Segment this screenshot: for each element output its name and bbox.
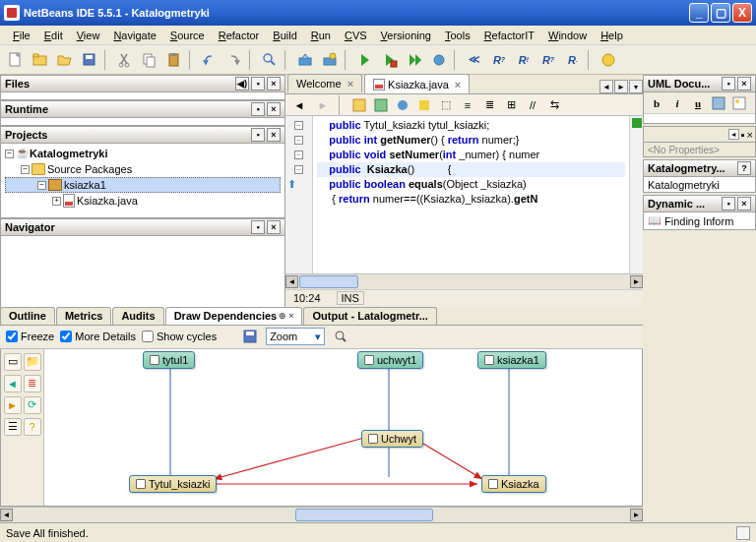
editor-gutter[interactable]: − − − − ⬆ [285,116,313,273]
uml-pin-icon[interactable]: ▪ [722,77,735,90]
tab-scroll-left-button[interactable]: ◄ [599,80,613,93]
freeze-checkbox[interactable]: Freeze [6,331,54,342]
r1-button[interactable]: R? [487,48,511,72]
zoom-combobox[interactable]: Zoom▾ [266,328,325,345]
menu-window[interactable]: Window [541,28,594,43]
dynamic-pin-icon[interactable]: ▪ [722,197,735,211]
ed-btn-1[interactable] [350,96,368,114]
menu-file[interactable]: File [6,28,37,43]
r2-button[interactable]: R! [512,48,536,72]
diagram-hscrollbar[interactable]: ◄ ► [0,507,643,522]
redo-button[interactable] [222,48,246,72]
runtime-pin-icon[interactable]: ▪ [251,102,265,116]
projects-close-icon[interactable]: × [267,128,281,142]
paste-button[interactable] [162,48,186,72]
runtime-panel-header[interactable]: Runtime ▪ × [0,100,285,118]
ed-btn-5[interactable]: ⬚ [437,96,455,114]
palette-help-button[interactable]: ? [24,418,41,436]
palette-forward-button[interactable]: ► [4,396,22,414]
menu-help[interactable]: Help [594,28,630,43]
editor-tab-welcome[interactable]: Welcome× [287,74,362,92]
editor-hscrollbar[interactable]: ◄ ► [285,273,643,289]
error-stripe-marker[interactable] [632,118,642,128]
undo-button[interactable] [198,48,221,72]
close-button[interactable]: X [732,3,752,23]
props-pin-icon[interactable]: ▪ [741,129,745,141]
find-button[interactable] [258,48,282,72]
speaker-icon[interactable]: ◀) [235,77,249,90]
palette-list-button[interactable]: ≣ [24,375,41,392]
copy-button[interactable] [138,48,161,72]
menu-build[interactable]: Build [266,28,303,43]
tree-package[interactable]: − ksiazka1 [5,177,281,193]
close-tab-icon[interactable]: × [347,78,353,90]
runtime-close-icon[interactable]: × [267,102,281,116]
bottom-tab-draw-dependencies[interactable]: Draw Dependencies ⊕ × [165,307,303,325]
bold-button[interactable]: b [648,94,665,112]
palette-select-button[interactable]: ▭ [4,353,22,371]
props-scroll-left[interactable]: ◄ [728,129,739,140]
menu-cvs[interactable]: CVS [338,28,374,43]
tab-dropdown-button[interactable]: ▾ [629,80,643,93]
scroll-thumb[interactable] [295,509,433,521]
navigator-pin-icon[interactable]: ▪ [251,220,265,234]
bottom-tab-output-latalogmetr-[interactable]: Output - Latalogmetr... [303,307,436,325]
showcycles-checkbox[interactable]: Show cycles [142,331,217,342]
menu-refactor[interactable]: Refactor [212,28,267,43]
ed-btn-9[interactable]: // [524,96,541,114]
navigator-panel-header[interactable]: Navigator ▪ × [0,218,285,236]
palette-refresh-button[interactable]: ⟳ [24,396,41,414]
pin-icon[interactable]: ⊕ [279,311,286,321]
override-icon[interactable]: ⬆ [287,178,296,191]
close-icon[interactable]: × [288,311,293,321]
projects-panel-header[interactable]: Projects ▪ × [0,126,285,144]
italic-button[interactable]: i [668,94,686,112]
menu-edit[interactable]: Edit [37,28,70,43]
bottom-tab-metrics[interactable]: Metrics [56,307,112,325]
zoom-in-button[interactable] [331,327,350,346]
underline-button[interactable]: u [689,94,707,112]
menu-view[interactable]: View [70,28,107,43]
projects-pin-icon[interactable]: ▪ [251,128,265,142]
node-uchwyt1[interactable]: uchwyt1 [357,351,423,369]
diagram-canvas[interactable]: tytul1 uchwyt1 ksiazka1 Uchwyt Tytul_ksi… [44,349,642,507]
palette-back-button[interactable]: ◄ [4,375,22,392]
ed-btn-7[interactable]: ≣ [480,96,498,114]
minimize-button[interactable]: _ [689,3,709,23]
close-tab-icon[interactable]: × [455,79,461,90]
scroll-right-button[interactable]: ► [630,509,643,521]
help-context-button[interactable] [597,48,620,72]
palette-tree-button[interactable]: ☰ [4,418,22,436]
menu-tools[interactable]: Tools [438,28,477,43]
bottom-tab-outline[interactable]: Outline [0,307,55,325]
node-ksiazka1[interactable]: ksiazka1 [477,351,546,369]
strike-button[interactable] [710,94,727,112]
expand-icon[interactable]: − [37,181,46,190]
maximize-button[interactable]: ▢ [711,3,730,23]
run-main-button[interactable] [403,48,426,72]
image-button[interactable] [730,94,748,112]
r3-button[interactable]: R? [536,48,560,72]
projects-tree[interactable]: − ☕ Katalogmetryki − Source Packages − k… [1,144,284,211]
tab-scroll-right-button[interactable]: ► [614,80,628,93]
save-diagram-button[interactable] [240,327,260,346]
tree-src-packages[interactable]: − Source Packages [5,161,281,177]
uml-close-icon[interactable]: × [737,77,751,90]
uml-panel-header[interactable]: UML Docu... ▪ × [643,75,756,92]
cut-button[interactable] [113,48,137,72]
editor-tab-ksiazka-java[interactable]: Ksiazka.java× [364,74,470,93]
node-uchwyt[interactable]: Uchwyt [361,430,423,448]
scroll-left-button[interactable]: ◄ [285,275,298,288]
ed-btn-2[interactable] [372,96,390,114]
back-button[interactable]: ◄ [289,95,309,115]
proj-help-icon[interactable]: ? [737,161,751,175]
menu-refactorit[interactable]: RefactorIT [477,28,541,43]
forward-button[interactable]: ► [313,95,333,115]
node-tytul1[interactable]: tytul1 [143,351,195,369]
files-close-icon[interactable]: × [267,77,281,90]
node-tytul-ksiazki[interactable]: Tytul_ksiazki [129,475,217,493]
dynamic-close-icon[interactable]: × [737,197,751,211]
palette-folder-button[interactable]: 📁 [24,353,41,371]
menu-source[interactable]: Source [163,28,212,43]
debug-button[interactable] [378,48,402,72]
